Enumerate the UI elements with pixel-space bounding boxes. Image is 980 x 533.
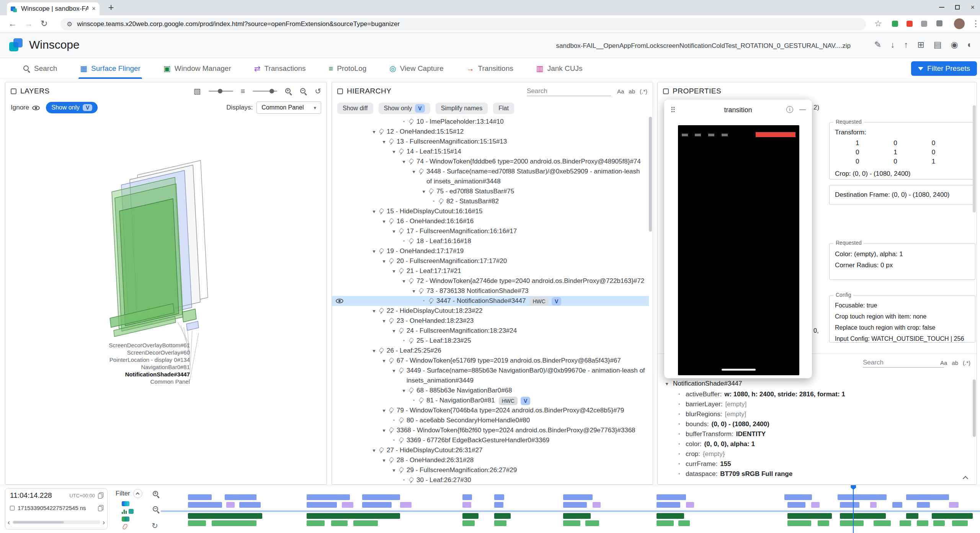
pin-icon[interactable] [399, 228, 404, 234]
pin-icon[interactable] [408, 119, 414, 125]
properties-tree-root[interactable]: ▾ NotificationShade#3447 [658, 378, 973, 389]
layer-label[interactable]: ScreenDecorOverlay#60 [5, 349, 190, 356]
search-option-icon[interactable]: (.*) [963, 360, 970, 366]
hierarchy-search-input[interactable] [527, 87, 611, 96]
search-option-icon[interactable]: Aa [940, 360, 947, 366]
pin-icon[interactable] [408, 477, 414, 483]
property-node[interactable]: •dataspace:BT709 sRGB Full range [658, 469, 973, 479]
trace-segment[interactable] [307, 520, 325, 526]
hierarchy-node[interactable]: ▾27 - HideDisplayCutout:26:31#27 [332, 445, 649, 455]
info-icon[interactable]: i [786, 106, 793, 113]
expand-toggle-icon[interactable]: ▾ [390, 266, 398, 276]
pin-icon[interactable] [399, 328, 404, 334]
tab-view-capture[interactable]: ◎View Capture [388, 58, 445, 79]
trace-segment[interactable] [462, 513, 479, 519]
trace-segment[interactable] [462, 502, 472, 508]
hierarchy-node[interactable]: ▾72 - WindowToken{a2746de type=2040 andr… [332, 276, 649, 286]
trace-segment[interactable] [362, 494, 400, 500]
trace-segment[interactable] [331, 520, 348, 526]
expand-panel-icon[interactable] [11, 88, 16, 94]
upload-icon[interactable]: ↑ [904, 40, 908, 50]
expand-toggle-icon[interactable]: ▾ [380, 316, 388, 326]
hierarchy-node[interactable]: ▾75 - ed70f88 StatusBar#75 [332, 186, 649, 196]
trace-segment[interactable] [239, 502, 261, 508]
trace-segment[interactable] [657, 502, 680, 508]
pin-icon[interactable] [389, 427, 394, 433]
expand-toggle-icon[interactable]: ▾ [370, 445, 378, 455]
property-node[interactable]: •currFrame:155 [658, 459, 973, 469]
trace-segment[interactable] [188, 494, 212, 500]
layer-label[interactable]: NavigationBar0#81 [5, 363, 190, 371]
property-node[interactable]: •barrierLayer:[empty] [658, 399, 973, 409]
copy-icon[interactable] [98, 505, 103, 511]
pin-icon[interactable] [418, 168, 424, 175]
expand-toggle-icon[interactable]: ▾ [390, 147, 398, 157]
expand-toggle-icon[interactable]: ▾ [420, 186, 428, 196]
flat-button[interactable]: Flat [493, 103, 514, 114]
pin-icon[interactable] [438, 198, 444, 204]
tab-close-icon[interactable]: × [92, 5, 96, 13]
expand-panel-icon[interactable] [663, 88, 669, 94]
back-icon[interactable]: ← [8, 19, 17, 29]
hierarchy-node[interactable]: ▾3449 - Surface(name=885b63e NavigationB… [332, 366, 649, 386]
expand-toggle-icon[interactable]: ▾ [380, 137, 388, 147]
hierarchy-node[interactable]: •80 - ace6abb SecondaryHomeHandle0#80 [332, 415, 649, 425]
pin-icon[interactable] [389, 258, 394, 264]
pin-icon[interactable] [379, 348, 384, 354]
minimize-icon[interactable]: — [799, 106, 806, 113]
hierarchy-node[interactable]: •3369 - 67726bf EdgeBackGestureHandler0#… [332, 435, 649, 445]
trace-segment[interactable] [225, 494, 256, 500]
trace-segment[interactable] [657, 520, 674, 526]
search-option-icon[interactable]: Aa [617, 88, 624, 95]
extension-icon[interactable] [906, 21, 913, 27]
reset-view-icon[interactable]: ↺ [315, 87, 321, 96]
layer-label[interactable]: NotificationShade#3447 [5, 371, 190, 378]
spacing-slider[interactable] [253, 91, 277, 92]
download-icon[interactable]: ↓ [890, 40, 895, 50]
expand-toggle-icon[interactable]: ▾ [370, 246, 378, 256]
displays-select[interactable]: Common Panel ▾ [256, 101, 321, 114]
hierarchy-scrollbar[interactable] [649, 117, 652, 232]
trace-segment[interactable] [353, 520, 378, 526]
trace-segment[interactable] [563, 494, 593, 500]
expand-toggle-icon[interactable]: ▾ [370, 127, 378, 137]
timeline-zoom-out-icon[interactable]: − [152, 506, 160, 513]
pin-icon[interactable] [408, 387, 414, 394]
hierarchy-node[interactable]: ▾22 - HideDisplayCutout:18:23#22 [332, 306, 649, 316]
property-node[interactable]: •bounds:(0, 0) - (1080, 2400) [658, 419, 973, 429]
trace-segment[interactable] [840, 520, 864, 526]
pin-icon[interactable] [379, 447, 384, 453]
edit-icon[interactable]: ✎ [874, 40, 881, 50]
url-field[interactable]: ⚙ winscope.teams.x20web.corp.google.com/… [60, 18, 866, 30]
expand-toggle[interactable]: ▾ [664, 381, 670, 387]
3d-view-icon[interactable]: ▧ [194, 87, 201, 96]
trace-segment[interactable] [400, 502, 412, 508]
trace-segment[interactable] [784, 494, 812, 500]
trace-segment[interactable] [307, 494, 350, 500]
pin-icon[interactable] [389, 218, 394, 224]
trace-segment[interactable] [657, 494, 686, 500]
trace-segment[interactable] [494, 520, 506, 526]
hierarchy-node[interactable]: •18 - Leaf:16:16#18 [332, 236, 649, 246]
properties-scrollbar[interactable] [973, 105, 976, 213]
property-node[interactable]: •activeBuffer:w: 1080, h: 2400, stride: … [658, 389, 973, 399]
hierarchy-node[interactable]: ▾13 - FullscreenMagnification:15:15#13 [332, 137, 649, 147]
expand-toggle-icon[interactable]: ▾ [380, 425, 388, 435]
pin-icon[interactable] [399, 368, 404, 374]
extensions-puzzle-icon[interactable] [936, 20, 942, 26]
tab-search[interactable]: Search [21, 58, 59, 79]
trace-segment[interactable] [874, 520, 891, 526]
window-minimize-icon[interactable] [939, 7, 944, 8]
visibility-icon[interactable] [336, 298, 343, 304]
trace-segment[interactable] [906, 513, 918, 519]
scroll-right-icon[interactable]: › [103, 518, 105, 526]
pin-icon[interactable] [389, 318, 394, 324]
hierarchy-node[interactable]: ▾12 - OneHanded:15:15#12 [332, 127, 649, 137]
hierarchy-node[interactable]: •30 - Leaf:26:27#30 [332, 475, 649, 484]
dump-icon[interactable]: ⊞ [917, 40, 924, 50]
pin-icon[interactable] [428, 188, 434, 195]
expand-toggle-icon[interactable]: ▾ [390, 465, 398, 475]
documentation-icon[interactable]: ▤ [934, 40, 942, 50]
layer-label[interactable]: ScreenDecorOverlayBottom#61 [5, 342, 190, 349]
trace-segment[interactable] [838, 494, 887, 500]
